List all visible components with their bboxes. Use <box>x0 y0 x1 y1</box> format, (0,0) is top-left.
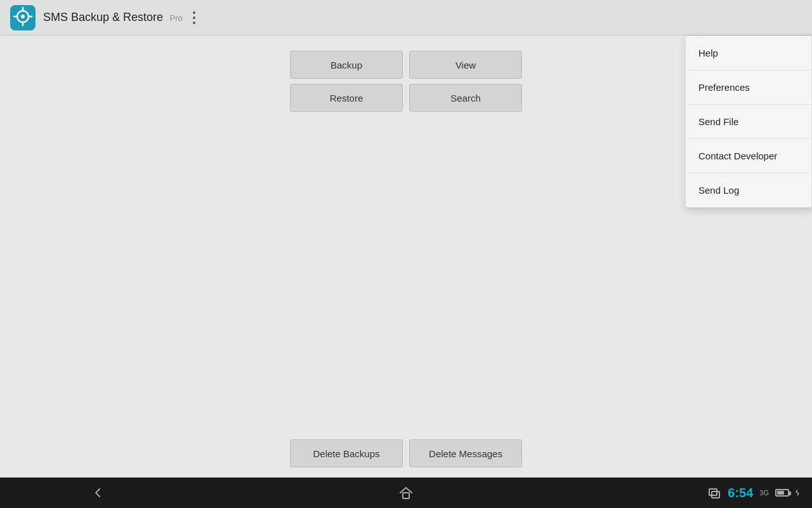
search-button[interactable]: Search <box>409 84 522 112</box>
back-button[interactable] <box>89 484 107 502</box>
battery-indicator <box>775 489 789 497</box>
overflow-menu-button[interactable] <box>183 6 206 29</box>
nav-bar: 6:54 3G <box>0 478 812 508</box>
delete-messages-button[interactable]: Delete Messages <box>409 439 522 467</box>
app-pro-label: Pro <box>170 13 183 23</box>
action-bar: SMS Backup & Restore Pro <box>0 0 812 36</box>
menu-item-contact-developer[interactable]: Contact Developer <box>686 139 811 173</box>
signal-indicator: 3G <box>759 489 769 497</box>
home-button[interactable] <box>397 484 415 502</box>
status-bar-right: 6:54 3G <box>728 478 802 508</box>
bottom-button-group: Delete Backups Delete Messages <box>290 439 522 467</box>
menu-item-preferences[interactable]: Preferences <box>686 70 811 105</box>
battery-fill <box>777 491 784 495</box>
svg-point-2 <box>21 15 25 18</box>
overflow-dropdown-menu: Help Preferences Send File Contact Devel… <box>685 36 812 208</box>
app-title: SMS Backup & Restore Pro <box>43 11 183 24</box>
charging-icon <box>793 488 802 497</box>
delete-backups-button[interactable]: Delete Backups <box>290 439 403 467</box>
menu-item-send-log[interactable]: Send Log <box>686 173 811 207</box>
battery-icon <box>775 489 789 497</box>
menu-item-send-file[interactable]: Send File <box>686 105 811 139</box>
second-button-row: Restore Search <box>290 84 522 112</box>
recents-button[interactable] <box>705 484 723 502</box>
app-icon <box>10 5 36 30</box>
app-title-text: SMS Backup & Restore <box>43 11 163 23</box>
clock: 6:54 <box>728 486 753 500</box>
backup-button[interactable]: Backup <box>290 51 403 79</box>
top-button-group: Backup View <box>290 51 522 79</box>
menu-item-help[interactable]: Help <box>686 36 811 70</box>
svg-rect-7 <box>403 493 409 498</box>
restore-button[interactable]: Restore <box>290 84 403 112</box>
view-button[interactable]: View <box>409 51 522 79</box>
